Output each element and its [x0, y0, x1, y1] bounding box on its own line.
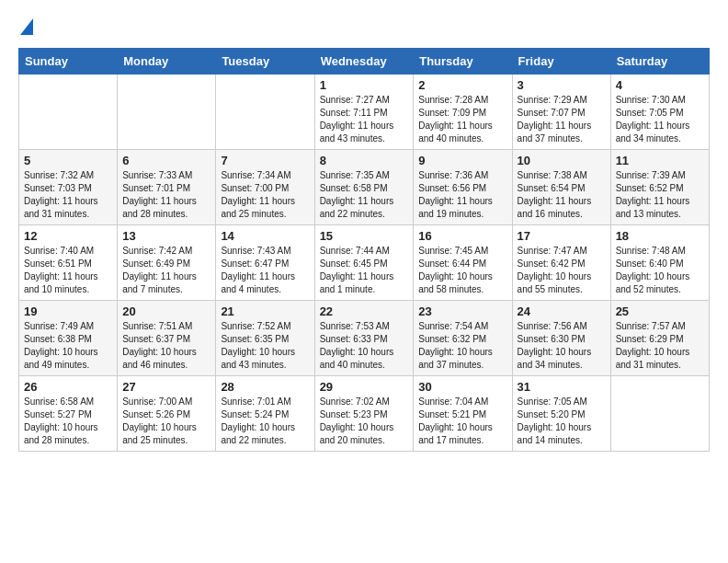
- week-row-0: 1Sunrise: 7:27 AM Sunset: 7:11 PM Daylig…: [19, 75, 710, 150]
- week-row-1: 5Sunrise: 7:32 AM Sunset: 7:03 PM Daylig…: [19, 150, 710, 225]
- day-cell: [610, 376, 709, 452]
- day-info: Sunrise: 6:58 AM Sunset: 5:27 PM Dayligh…: [24, 396, 112, 447]
- day-number: 12: [24, 229, 112, 243]
- day-cell: 6Sunrise: 7:33 AM Sunset: 7:01 PM Daylig…: [118, 150, 216, 225]
- day-number: 24: [518, 304, 606, 318]
- day-cell: 22Sunrise: 7:53 AM Sunset: 6:33 PM Dayli…: [314, 301, 414, 376]
- day-cell: 9Sunrise: 7:36 AM Sunset: 6:56 PM Daylig…: [414, 150, 512, 225]
- day-number: 10: [518, 154, 606, 167]
- day-cell: 8Sunrise: 7:35 AM Sunset: 6:58 PM Daylig…: [314, 150, 414, 225]
- day-info: Sunrise: 7:51 AM Sunset: 6:37 PM Dayligh…: [122, 320, 210, 372]
- week-row-3: 19Sunrise: 7:49 AM Sunset: 6:38 PM Dayli…: [19, 301, 710, 376]
- day-info: Sunrise: 7:47 AM Sunset: 6:42 PM Dayligh…: [518, 245, 606, 296]
- week-row-4: 26Sunrise: 6:58 AM Sunset: 5:27 PM Dayli…: [19, 376, 710, 452]
- day-info: Sunrise: 7:57 AM Sunset: 6:29 PM Dayligh…: [616, 320, 704, 372]
- day-number: 17: [518, 229, 606, 243]
- day-info: Sunrise: 7:45 AM Sunset: 6:44 PM Dayligh…: [418, 245, 506, 296]
- day-cell: [118, 75, 216, 150]
- day-info: Sunrise: 7:30 AM Sunset: 7:05 PM Dayligh…: [616, 94, 704, 145]
- day-number: 19: [24, 304, 112, 318]
- day-number: 28: [221, 380, 309, 394]
- day-number: 22: [320, 304, 409, 318]
- day-info: Sunrise: 7:53 AM Sunset: 6:33 PM Dayligh…: [320, 320, 409, 372]
- day-cell: 20Sunrise: 7:51 AM Sunset: 6:37 PM Dayli…: [118, 301, 216, 376]
- day-number: 3: [518, 78, 606, 92]
- day-number: 30: [418, 380, 506, 394]
- day-info: Sunrise: 7:04 AM Sunset: 5:21 PM Dayligh…: [418, 396, 506, 447]
- day-cell: 31Sunrise: 7:05 AM Sunset: 5:20 PM Dayli…: [512, 376, 610, 452]
- day-info: Sunrise: 7:48 AM Sunset: 6:40 PM Dayligh…: [616, 245, 704, 296]
- week-row-2: 12Sunrise: 7:40 AM Sunset: 6:51 PM Dayli…: [19, 225, 710, 301]
- day-cell: [216, 75, 314, 150]
- day-number: 20: [122, 304, 210, 318]
- day-cell: 25Sunrise: 7:57 AM Sunset: 6:29 PM Dayli…: [610, 301, 709, 376]
- day-number: 15: [320, 229, 409, 243]
- day-cell: [19, 75, 118, 150]
- day-info: Sunrise: 7:38 AM Sunset: 6:54 PM Dayligh…: [518, 169, 606, 221]
- day-cell: 17Sunrise: 7:47 AM Sunset: 6:42 PM Dayli…: [512, 225, 610, 301]
- day-number: 25: [616, 304, 704, 318]
- day-cell: 11Sunrise: 7:39 AM Sunset: 6:52 PM Dayli…: [610, 150, 709, 225]
- day-info: Sunrise: 7:40 AM Sunset: 6:51 PM Dayligh…: [24, 245, 112, 296]
- day-cell: 4Sunrise: 7:30 AM Sunset: 7:05 PM Daylig…: [610, 75, 709, 150]
- calendar-table: SundayMondayTuesdayWednesdayThursdayFrid…: [18, 48, 710, 452]
- day-number: 6: [122, 154, 210, 167]
- day-info: Sunrise: 7:28 AM Sunset: 7:09 PM Dayligh…: [418, 94, 506, 145]
- day-info: Sunrise: 7:44 AM Sunset: 6:45 PM Dayligh…: [320, 245, 409, 296]
- day-number: 21: [221, 304, 309, 318]
- day-cell: 19Sunrise: 7:49 AM Sunset: 6:38 PM Dayli…: [19, 301, 118, 376]
- day-info: Sunrise: 7:33 AM Sunset: 7:01 PM Dayligh…: [122, 169, 210, 221]
- day-info: Sunrise: 7:35 AM Sunset: 6:58 PM Dayligh…: [320, 169, 409, 221]
- weekday-header-wednesday: Wednesday: [314, 49, 414, 75]
- page-header: [18, 18, 710, 33]
- day-number: 26: [24, 380, 112, 394]
- day-info: Sunrise: 7:42 AM Sunset: 6:49 PM Dayligh…: [122, 245, 210, 296]
- day-info: Sunrise: 7:01 AM Sunset: 5:24 PM Dayligh…: [221, 396, 309, 447]
- day-number: 14: [221, 229, 309, 243]
- svg-marker-0: [20, 18, 33, 35]
- day-cell: 26Sunrise: 6:58 AM Sunset: 5:27 PM Dayli…: [19, 376, 118, 452]
- day-cell: 13Sunrise: 7:42 AM Sunset: 6:49 PM Dayli…: [118, 225, 216, 301]
- day-number: 18: [616, 229, 704, 243]
- day-info: Sunrise: 7:29 AM Sunset: 7:07 PM Dayligh…: [518, 94, 606, 145]
- day-number: 23: [418, 304, 506, 318]
- day-cell: 3Sunrise: 7:29 AM Sunset: 7:07 PM Daylig…: [512, 75, 610, 150]
- day-number: 9: [418, 154, 506, 167]
- day-cell: 18Sunrise: 7:48 AM Sunset: 6:40 PM Dayli…: [610, 225, 709, 301]
- logo-triangle-icon: [20, 18, 33, 35]
- day-cell: 10Sunrise: 7:38 AM Sunset: 6:54 PM Dayli…: [512, 150, 610, 225]
- weekday-header-row: SundayMondayTuesdayWednesdayThursdayFrid…: [19, 49, 710, 75]
- day-info: Sunrise: 7:00 AM Sunset: 5:26 PM Dayligh…: [122, 396, 210, 447]
- day-info: Sunrise: 7:43 AM Sunset: 6:47 PM Dayligh…: [221, 245, 309, 296]
- day-info: Sunrise: 7:39 AM Sunset: 6:52 PM Dayligh…: [616, 169, 704, 221]
- day-number: 4: [616, 78, 704, 92]
- day-cell: 21Sunrise: 7:52 AM Sunset: 6:35 PM Dayli…: [216, 301, 314, 376]
- day-info: Sunrise: 7:56 AM Sunset: 6:30 PM Dayligh…: [518, 320, 606, 372]
- day-info: Sunrise: 7:02 AM Sunset: 5:23 PM Dayligh…: [320, 396, 409, 447]
- day-cell: 5Sunrise: 7:32 AM Sunset: 7:03 PM Daylig…: [19, 150, 118, 225]
- day-number: 11: [616, 154, 704, 167]
- day-number: 7: [221, 154, 309, 167]
- day-info: Sunrise: 7:34 AM Sunset: 7:00 PM Dayligh…: [221, 169, 309, 221]
- day-info: Sunrise: 7:05 AM Sunset: 5:20 PM Dayligh…: [518, 396, 606, 447]
- day-cell: 16Sunrise: 7:45 AM Sunset: 6:44 PM Dayli…: [414, 225, 512, 301]
- day-info: Sunrise: 7:36 AM Sunset: 6:56 PM Dayligh…: [418, 169, 506, 221]
- weekday-header-thursday: Thursday: [414, 49, 512, 75]
- day-info: Sunrise: 7:32 AM Sunset: 7:03 PM Dayligh…: [24, 169, 112, 221]
- day-cell: 12Sunrise: 7:40 AM Sunset: 6:51 PM Dayli…: [19, 225, 118, 301]
- weekday-header-friday: Friday: [512, 49, 610, 75]
- logo: [18, 18, 33, 33]
- day-number: 8: [320, 154, 409, 167]
- day-cell: 24Sunrise: 7:56 AM Sunset: 6:30 PM Dayli…: [512, 301, 610, 376]
- day-cell: 1Sunrise: 7:27 AM Sunset: 7:11 PM Daylig…: [314, 75, 414, 150]
- day-number: 2: [418, 78, 506, 92]
- day-info: Sunrise: 7:52 AM Sunset: 6:35 PM Dayligh…: [221, 320, 309, 372]
- day-number: 29: [320, 380, 409, 394]
- day-cell: 2Sunrise: 7:28 AM Sunset: 7:09 PM Daylig…: [414, 75, 512, 150]
- weekday-header-tuesday: Tuesday: [216, 49, 314, 75]
- day-cell: 15Sunrise: 7:44 AM Sunset: 6:45 PM Dayli…: [314, 225, 414, 301]
- day-number: 1: [320, 78, 409, 92]
- day-cell: 29Sunrise: 7:02 AM Sunset: 5:23 PM Dayli…: [314, 376, 414, 452]
- day-number: 5: [24, 154, 112, 167]
- day-info: Sunrise: 7:49 AM Sunset: 6:38 PM Dayligh…: [24, 320, 112, 372]
